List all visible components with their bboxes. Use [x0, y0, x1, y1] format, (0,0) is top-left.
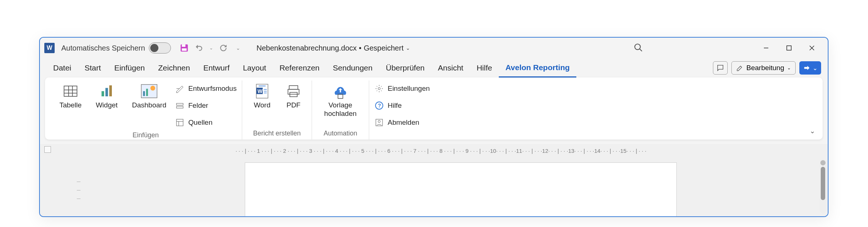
svg-rect-19	[146, 89, 148, 96]
editing-mode-label: Bearbeitung	[747, 64, 784, 72]
qat-customize-dropdown[interactable]: ⌄	[232, 42, 244, 54]
dashboard-button[interactable]: Dashboard	[127, 80, 171, 110]
comment-icon	[716, 64, 724, 72]
widget-button[interactable]: Widget	[90, 80, 123, 110]
help-icon: ?	[374, 101, 384, 110]
svg-rect-37	[338, 94, 343, 99]
hilfe-button[interactable]: ? Hilfe	[374, 98, 430, 113]
svg-rect-15	[106, 88, 108, 96]
einfuegen-stack: Entwurfsmodus Felder Quellen	[175, 80, 237, 130]
redo-button[interactable]	[217, 42, 229, 54]
chevron-down-icon: ⌄	[813, 65, 817, 72]
document-title[interactable]: Nebenkostenabrechnung.docx • Gespeichert…	[257, 44, 410, 52]
repeat-icon	[219, 43, 228, 53]
scrollbar-thumb[interactable]	[821, 167, 825, 200]
chevron-down-icon: ⌄	[406, 45, 410, 51]
group-label-bericht: Bericht erstellen	[253, 128, 301, 140]
collapse-ribbon-button[interactable]: ⌄	[810, 127, 815, 135]
svg-point-3	[635, 44, 640, 49]
document-state: Gespeichert	[364, 44, 404, 52]
svg-rect-34	[289, 86, 298, 89]
ruler-ticks: · · · | · · · 1 · · · | · · · 2 · · · | …	[236, 148, 646, 154]
quellen-button[interactable]: Quellen	[175, 115, 237, 130]
ribbon-group-automation: Vorlage hochladen Automation	[312, 80, 369, 140]
dashboard-icon	[141, 83, 158, 100]
chevron-down-icon: ⌄	[787, 65, 791, 70]
app-window: W Automatisches Speichern ⌄ ⌄ Nebenkoste…	[39, 37, 828, 217]
tab-avelon-reporting[interactable]: Avelon Reporting	[499, 58, 576, 78]
search-button[interactable]	[634, 43, 644, 53]
floppy-disk-icon	[179, 43, 189, 53]
document-page[interactable]	[245, 162, 677, 217]
einstellungen-button[interactable]: Einstellungen	[374, 81, 430, 96]
entwurfsmodus-button[interactable]: Entwurfsmodus	[175, 81, 237, 96]
svg-line-4	[639, 49, 642, 51]
maximize-button[interactable]	[778, 41, 800, 55]
vertical-ruler[interactable]	[77, 173, 83, 217]
horizontal-ruler[interactable]: · · · | · · · 1 · · · | · · · 2 · · · | …	[236, 145, 806, 156]
autosave-toggle[interactable]	[149, 42, 171, 54]
search-icon	[634, 43, 643, 52]
ribbon-group-einfuegen: Tabelle Widget Dashboard	[49, 80, 242, 140]
printer-icon	[285, 83, 302, 100]
svg-text:W: W	[257, 88, 263, 94]
word-logo-icon: W	[44, 43, 55, 53]
vertical-scrollbar[interactable]	[820, 159, 826, 213]
tab-entwurf[interactable]: Entwurf	[197, 58, 236, 78]
ribbon: Tabelle Widget Dashboard	[45, 78, 823, 140]
ribbon-group-bericht: W Word PDF Bericht erstellen	[242, 80, 312, 140]
document-name: Nebenkostenabrechnung.docx	[257, 44, 357, 52]
table-icon	[62, 83, 79, 100]
share-button[interactable]: ⌄	[799, 61, 821, 75]
group-label-einfuegen: Einfügen	[133, 130, 159, 141]
tab-zeichnen[interactable]: Zeichnen	[151, 58, 196, 78]
editing-mode-button[interactable]: Bearbeitung ⌄	[731, 61, 796, 75]
tab-ansicht[interactable]: Ansicht	[431, 58, 470, 78]
svg-point-38	[378, 87, 380, 90]
word-file-icon: W	[254, 83, 271, 100]
vorlage-hochladen-button[interactable]: Vorlage hochladen	[317, 80, 364, 118]
tab-hilfe[interactable]: Hilfe	[470, 58, 499, 78]
ruler-corner[interactable]	[44, 146, 51, 153]
ribbon-tabs: Datei Start Einfügen Zeichnen Entwurf La…	[40, 58, 828, 78]
tab-sendungen[interactable]: Sendungen	[326, 58, 379, 78]
tab-ueberpruefen[interactable]: Überprüfen	[379, 58, 431, 78]
undo-dropdown[interactable]: ⌄	[208, 42, 215, 54]
undo-icon	[194, 43, 204, 53]
tabelle-button[interactable]: Tabelle	[55, 80, 86, 110]
abmelden-button[interactable]: Abmelden	[374, 115, 430, 130]
svg-point-42	[378, 120, 380, 123]
svg-rect-23	[176, 106, 183, 108]
word-export-button[interactable]: W Word	[247, 80, 277, 110]
svg-point-20	[150, 86, 155, 90]
document-area	[40, 157, 828, 216]
tab-datei[interactable]: Datei	[47, 58, 78, 78]
pencil-icon	[736, 64, 744, 72]
tab-einfuegen[interactable]: Einfügen	[107, 58, 151, 78]
autosave-label: Automatisches Speichern	[61, 44, 145, 52]
svg-rect-9	[64, 86, 77, 96]
cloud-upload-icon	[332, 83, 349, 100]
close-button[interactable]	[800, 41, 823, 55]
save-button[interactable]	[178, 42, 190, 54]
chart-icon	[98, 83, 115, 100]
close-icon	[809, 45, 815, 51]
minimize-button[interactable]	[755, 41, 778, 55]
maximize-icon	[786, 45, 792, 51]
share-icon	[803, 64, 810, 72]
group-label-automation: Automation	[323, 128, 357, 140]
comments-button[interactable]	[713, 61, 728, 75]
pdf-export-button[interactable]: PDF	[281, 80, 306, 110]
ruler-area: · · · | · · · 1 · · · | · · · 2 · · · | …	[40, 144, 828, 157]
tab-layout[interactable]: Layout	[236, 58, 273, 78]
tab-start[interactable]: Start	[78, 58, 107, 78]
chevron-down-icon: ⌄	[810, 127, 815, 135]
svg-rect-16	[109, 85, 112, 96]
felder-button[interactable]: Felder	[175, 98, 237, 113]
ribbon-group-misc: Einstellungen ? Hilfe Abmelden	[369, 80, 435, 140]
svg-text:?: ?	[378, 103, 381, 109]
undo-button[interactable]	[193, 42, 205, 54]
logout-icon	[374, 118, 384, 127]
tab-referenzen[interactable]: Referenzen	[273, 58, 326, 78]
svg-rect-14	[102, 91, 104, 96]
